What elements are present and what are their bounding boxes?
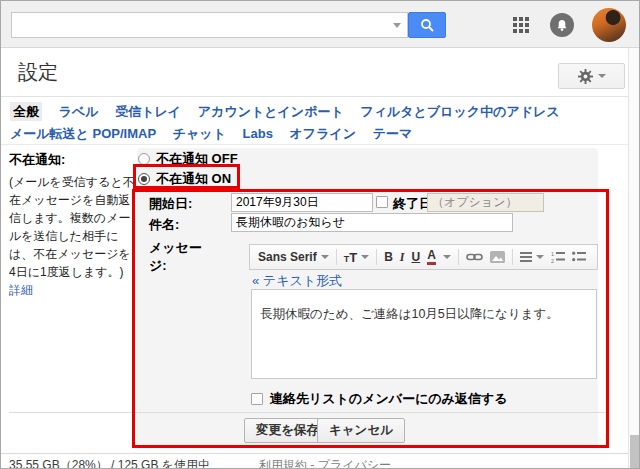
tab-accounts-import[interactable]: アカウントとインポート xyxy=(198,104,344,119)
bold-button[interactable]: B xyxy=(384,250,393,264)
font-caret-icon xyxy=(321,255,329,259)
settings-tabs-row1: 全般 ラベル 受信トレイ アカウントとインポート フィルタとブロック中のアドレス xyxy=(10,103,573,121)
svg-text:1: 1 xyxy=(551,251,554,257)
search-icon xyxy=(420,18,435,33)
bullet-list-icon xyxy=(572,251,586,263)
search-input[interactable] xyxy=(11,12,408,38)
tab-filters-blocked[interactable]: フィルタとブロック中のアドレス xyxy=(360,104,559,119)
tabs-divider xyxy=(1,144,639,145)
plain-text-mode-link[interactable]: « テキスト形式 xyxy=(252,272,342,290)
vacation-label-column: 不在通知: (メールを受信すると不在メッセージを自動返信します。複数のメールを送… xyxy=(9,150,135,299)
tab-inbox[interactable]: 受信トレイ xyxy=(115,104,181,119)
page-title: 設定 xyxy=(18,59,58,86)
insert-image-button[interactable] xyxy=(490,251,505,263)
align-menu[interactable] xyxy=(520,250,544,264)
gear-icon xyxy=(578,69,593,84)
footer-divider xyxy=(1,453,639,454)
subject-label: 件名: xyxy=(149,216,179,234)
italic-button[interactable]: I xyxy=(400,250,405,265)
end-date-checkbox[interactable] xyxy=(376,196,388,208)
end-date-input xyxy=(427,193,544,212)
terms-privacy-links[interactable]: 利用規約 - プライバシー xyxy=(259,457,391,469)
contacts-only-checkbox[interactable] xyxy=(251,393,263,405)
search-dropdown-caret-icon[interactable] xyxy=(393,23,401,28)
storage-usage-text: 35.55 GB（28%） / 125 GB を使用中 xyxy=(9,457,210,469)
radio-on-label: 不在通知 ON xyxy=(156,170,231,188)
vacation-off-option[interactable]: 不在通知 OFF xyxy=(138,150,238,168)
top-bar xyxy=(1,1,639,48)
scrollbar-track[interactable] xyxy=(628,48,639,468)
message-textarea[interactable]: 長期休暇のため、ご連絡は10月5日以降になります。 xyxy=(251,289,597,379)
vacation-on-option[interactable]: 不在通知 ON xyxy=(138,170,231,188)
tab-chat[interactable]: チャット xyxy=(173,126,226,141)
profile-avatar[interactable] xyxy=(592,8,626,42)
header-divider xyxy=(1,96,639,97)
font-size-menu[interactable]: TT xyxy=(344,250,369,265)
search-button[interactable] xyxy=(408,12,446,38)
numbered-list-icon: 1 2 xyxy=(551,251,565,263)
vacation-setting-title: 不在通知: xyxy=(9,150,135,170)
size-caret-icon xyxy=(361,255,369,259)
gear-caret-icon xyxy=(598,74,606,78)
formatting-toolbar: Sans Serif TT B I U A xyxy=(249,244,598,270)
tab-themes[interactable]: テーマ xyxy=(373,126,413,141)
message-label: メッセージ: xyxy=(149,239,209,274)
tab-general[interactable]: 全般 xyxy=(10,102,42,121)
bell-icon xyxy=(556,19,568,32)
buttons-divider xyxy=(9,412,609,413)
radio-off-label: 不在通知 OFF xyxy=(156,150,238,168)
radio-off-icon[interactable] xyxy=(138,153,150,165)
bullet-list-button[interactable] xyxy=(572,251,586,263)
tab-labs[interactable]: Labs xyxy=(243,126,273,141)
contacts-only-label: 連絡先リストのメンバーにのみ返信する xyxy=(270,390,508,408)
tab-labels[interactable]: ラベル xyxy=(59,104,99,119)
color-caret-icon[interactable] xyxy=(443,255,451,259)
cancel-button[interactable]: キャンセル xyxy=(317,418,405,443)
apps-grid-icon[interactable] xyxy=(513,17,530,34)
text-color-button[interactable]: A xyxy=(427,249,436,265)
align-icon xyxy=(520,250,532,264)
gmail-settings-window: 設定 全般 ラベル 受信トレイ アカウントとインポート フィルタとブロック中のア… xyxy=(0,0,640,469)
numbered-list-button[interactable]: 1 2 xyxy=(551,251,565,263)
align-caret-icon xyxy=(536,255,544,259)
tab-forwarding-pop-imap[interactable]: メール転送と POP/IMAP xyxy=(10,126,156,141)
insert-link-button[interactable] xyxy=(466,252,483,262)
font-family-menu[interactable]: Sans Serif xyxy=(258,250,329,264)
vacation-setting-description: (メールを受信すると不在メッセージを自動返信します。複数のメールを送信した相手に… xyxy=(9,173,135,281)
svg-text:2: 2 xyxy=(551,258,554,264)
start-date-input[interactable] xyxy=(231,193,373,212)
tab-offline[interactable]: オフライン xyxy=(290,126,357,141)
image-icon xyxy=(490,251,505,263)
subject-input[interactable] xyxy=(231,213,513,232)
start-date-label: 開始日: xyxy=(149,195,192,213)
underline-button[interactable]: U xyxy=(412,250,421,264)
link-icon xyxy=(466,252,483,262)
contacts-only-option[interactable]: 連絡先リストのメンバーにのみ返信する xyxy=(251,390,508,408)
scrollbar-thumb[interactable] xyxy=(630,435,639,468)
details-link[interactable]: 詳細 xyxy=(9,283,33,297)
settings-gear-button[interactable] xyxy=(558,63,625,89)
notifications-button[interactable] xyxy=(550,13,574,37)
settings-tabs-row2: メール転送と POP/IMAP チャット Labs オフライン テーマ xyxy=(10,125,425,143)
radio-on-icon[interactable] xyxy=(138,173,150,185)
